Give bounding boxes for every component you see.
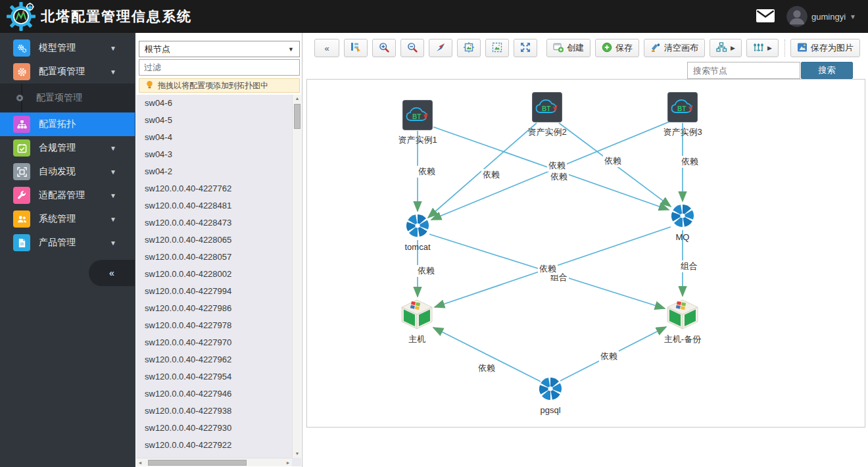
zoom-out-button[interactable]	[400, 39, 424, 57]
sidebar-item-label: 配置项管理	[39, 66, 110, 78]
edge-label: 依赖	[417, 166, 437, 178]
scroll-left-icon[interactable]: ◄	[136, 458, 144, 467]
save-as-image-button[interactable]: 保存为图片	[790, 39, 860, 57]
scroll-up-icon[interactable]: ▲	[293, 95, 302, 103]
expand-fullscreen-button[interactable]	[514, 39, 537, 57]
list-item[interactable]: sw120.0.0.40-4228057	[136, 249, 301, 266]
svg-text:BT: BT	[542, 105, 550, 112]
list-item[interactable]: sw120.0.0.40-4227986	[136, 300, 301, 317]
topology-node-asset3[interactable]: BT资产实例3	[653, 92, 712, 138]
chevron-down-icon: ▼	[110, 68, 116, 76]
save-button[interactable]: 保存	[595, 39, 639, 57]
list-item[interactable]: sw120.0.0.40-4227962	[136, 351, 301, 368]
list-item[interactable]: sw120.0.0.40-4227938	[136, 403, 301, 420]
layout-hierarchy-dropdown-button[interactable]: ▶	[710, 39, 742, 57]
sidebar-item-label: 适配器管理	[39, 189, 110, 201]
list-item[interactable]: sw04-6	[136, 95, 301, 112]
list-item[interactable]: sw04-4	[136, 129, 301, 146]
zoom-in-button[interactable]	[372, 39, 396, 57]
clear-canvas-button[interactable]: 清空画布	[644, 39, 705, 57]
app-icon	[538, 392, 563, 403]
chevron-down-icon: ▼	[110, 45, 116, 52]
list-item[interactable]: sw120.0.0.40-4227978	[136, 317, 301, 334]
list-item[interactable]: sw120.0.0.40-4227970	[136, 334, 301, 351]
edge-label: 依赖	[547, 160, 567, 172]
user-menu[interactable]: gumingyi ▼	[786, 6, 856, 27]
topology-node-asset2[interactable]: BT资产实例2	[518, 92, 577, 138]
chevron-down-icon: ▼	[110, 145, 116, 152]
sidebar-item-8[interactable]: 产品管理▼	[0, 231, 135, 255]
scroll-right-icon[interactable]: ►	[284, 458, 292, 467]
topology-workspace: «	[302, 33, 868, 467]
list-item[interactable]: sw120.0.0.40-4228473	[136, 214, 301, 232]
topology-node-mq[interactable]: MQ	[653, 203, 712, 242]
vertical-scrollbar[interactable]: ▲ ▼	[292, 95, 301, 458]
vertical-scroll-thumb[interactable]	[294, 104, 301, 129]
compass-button[interactable]	[429, 39, 452, 57]
fit-image-button[interactable]	[457, 39, 481, 57]
topology-node-hostbk[interactable]: 主机-备份	[653, 299, 712, 345]
list-item[interactable]: sw120.0.0.40-4227994	[136, 283, 301, 300]
calendar-check-icon	[13, 139, 30, 157]
create-button[interactable]: 创建	[546, 39, 591, 57]
edge-label: 组合	[679, 260, 699, 272]
list-item[interactable]: sw120.0.0.40-4227762	[136, 180, 301, 197]
horizontal-scroll-thumb[interactable]	[148, 460, 247, 466]
root-node-select[interactable]: 根节点 ▼	[139, 41, 300, 57]
list-item[interactable]: sw04-2	[136, 163, 301, 180]
hierarchy-pointer-icon	[350, 42, 361, 55]
file-icon	[13, 234, 30, 251]
mail-button[interactable]	[756, 9, 775, 24]
node-label: 主机-备份	[653, 333, 712, 345]
sidebar-item-5[interactable]: 自动发现▼	[0, 160, 135, 184]
scroll-down-icon[interactable]: ▼	[293, 450, 302, 458]
list-item[interactable]: sw120.0.0.40-4228065	[136, 232, 301, 249]
topology-node-pgsql[interactable]: pgsql	[521, 376, 580, 415]
list-item[interactable]: sw120.0.0.40-4227930	[136, 420, 301, 437]
topology-node-host[interactable]: 主机	[387, 299, 446, 345]
sidebar-item-4[interactable]: 合规管理▼	[0, 136, 135, 160]
list-item[interactable]: sw120.0.0.40-4227946	[136, 385, 301, 403]
sidebar-item-0[interactable]: 模型管理▼	[0, 36, 135, 60]
collapse-panel-button[interactable]: «	[314, 39, 339, 57]
filter-input[interactable]	[139, 59, 300, 76]
app-icon	[405, 229, 430, 240]
avatar	[786, 6, 808, 27]
dropdown-caret-icon: ▶	[731, 45, 735, 51]
list-item[interactable]: sw04-3	[136, 146, 301, 163]
app-icon	[670, 219, 695, 230]
circle-bullet-icon	[16, 95, 23, 101]
zoom-in-icon	[379, 42, 389, 55]
sidebar-item-3[interactable]: 配置拓扑	[0, 112, 135, 136]
save-label: 保存	[615, 42, 633, 54]
top-bar: 北塔配置管理信息系统 gumingyi ▼	[0, 0, 868, 33]
save-icon	[602, 42, 612, 55]
topology-node-asset1[interactable]: BT资产实例1	[388, 100, 447, 146]
sidebar-item-7[interactable]: 系统管理▼	[0, 207, 135, 231]
topology-node-tomcat[interactable]: tomcat	[388, 213, 447, 252]
search-button[interactable]: 搜索	[801, 62, 853, 79]
ci-tree-panel: 根节点 ▼ 拖拽以将配置项添加到拓扑图中 sw04-6sw04-5sw04-4s…	[135, 33, 302, 467]
topology-canvas[interactable]: 依赖依赖依赖依赖依赖依赖依赖组合依赖组合依赖依赖BT资产实例1BT资产实例2BT…	[306, 79, 865, 428]
list-item[interactable]: sw04-5	[136, 112, 301, 129]
hierarchy-pointer-button[interactable]	[344, 39, 368, 57]
wrench-icon	[13, 187, 30, 204]
users-icon	[13, 210, 30, 228]
host-icon	[400, 320, 433, 332]
marquee-image-button[interactable]	[485, 39, 509, 57]
asset-icon: BT	[532, 113, 562, 124]
sidebar-item-6[interactable]: 适配器管理▼	[0, 184, 135, 207]
sidebar-item-1[interactable]: 配置项管理▼	[0, 60, 135, 84]
list-item[interactable]: sw120.0.0.40-4228481	[136, 197, 301, 214]
asset-icon: BT	[667, 113, 698, 124]
horizontal-scrollbar[interactable]: ◄ ►	[136, 458, 292, 466]
list-item[interactable]: sw120.0.0.40-4228002	[136, 266, 301, 283]
sidebar-collapse-button[interactable]: «	[89, 260, 135, 286]
list-item[interactable]: sw120.0.0.40-4227922	[136, 437, 301, 454]
sidebar-subitem-2[interactable]: 配置项管理	[0, 84, 135, 112]
image-icon	[797, 42, 808, 55]
layout-grid-dropdown-button[interactable]: ▶	[746, 39, 779, 57]
search-node-input[interactable]	[687, 62, 800, 79]
topology-toolbar: «	[314, 39, 865, 57]
list-item[interactable]: sw120.0.0.40-4227954	[136, 368, 301, 385]
